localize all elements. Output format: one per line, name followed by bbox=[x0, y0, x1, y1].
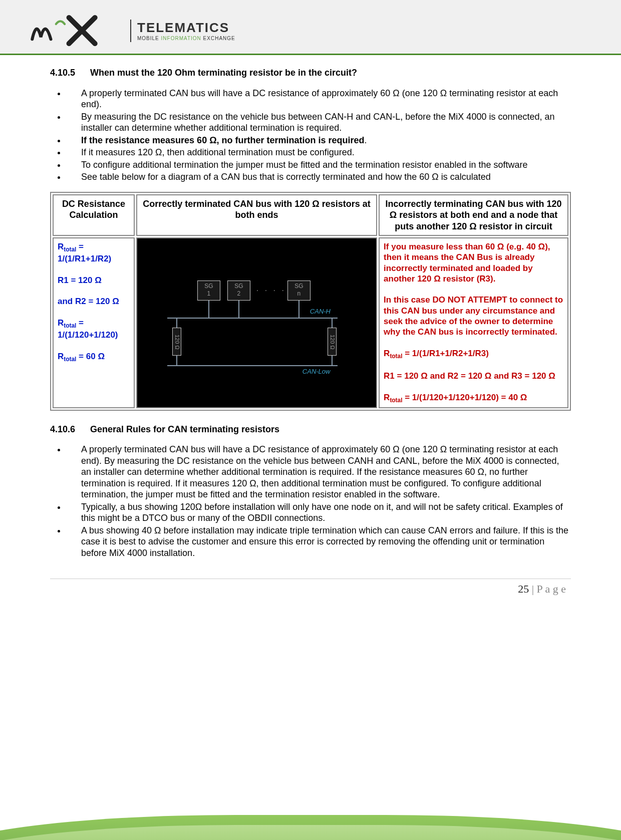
bullet-item: A properly terminated CAN bus will have … bbox=[66, 88, 571, 110]
can-termination-table: DC Resistance Calculation Correctly term… bbox=[50, 192, 571, 411]
brand-title: TELEMATICS bbox=[137, 20, 235, 36]
bullet-item: A properly terminated CAN bus will have … bbox=[66, 444, 571, 500]
section-4-10-6-bullets: A properly terminated CAN bus will have … bbox=[50, 444, 571, 558]
dc-resistance-calc-cell: Rtotal = 1/(1/R1+1/R2) R1 = 120 Ω and R2… bbox=[53, 237, 135, 408]
can-l-label: CAN-Low bbox=[302, 368, 331, 376]
bullet-item: If the resistance measures 60 Ω, no furt… bbox=[66, 135, 571, 146]
can-bus-diagram-cell: SG1 SG2 SGn · · · · 120 Ω 120 Ω bbox=[136, 237, 377, 408]
ellipsis-dots: · · · · bbox=[256, 286, 286, 296]
sg-node-n: SGn bbox=[287, 281, 310, 301]
bullet-item: See table below for a diagram of a CAN b… bbox=[66, 171, 571, 183]
mix-logo bbox=[30, 13, 125, 48]
section-number: 4.10.6 bbox=[50, 424, 90, 435]
can-h-label: CAN-H bbox=[310, 308, 331, 316]
incorrect-termination-warning-cell: If you measure less than 60 Ω (e.g. 40 Ω… bbox=[379, 237, 568, 408]
bullet-item: If it measures 120 Ω, then additional te… bbox=[66, 147, 571, 158]
brand-block: TELEMATICS MOBILE INFORMATION EXCHANGE bbox=[130, 20, 235, 42]
sg-node-1: SG1 bbox=[197, 281, 220, 301]
brand-subtitle: MOBILE INFORMATION EXCHANGE bbox=[137, 36, 235, 42]
header-bar: TELEMATICS MOBILE INFORMATION EXCHANGE bbox=[0, 0, 621, 55]
section-title: General Rules for CAN terminating resist… bbox=[90, 424, 279, 435]
section-number: 4.10.5 bbox=[50, 67, 90, 79]
section-4-10-5-heading: 4.10.5 When must the 120 Ohm terminating… bbox=[50, 67, 571, 79]
bullet-item: By measuring the DC resistance on the ve… bbox=[66, 111, 571, 134]
resistor-r1: 120 Ω bbox=[172, 328, 181, 356]
table-header: Correctly terminated CAN bus with 120 Ω … bbox=[136, 194, 377, 236]
sg-node-2: SG2 bbox=[227, 281, 250, 301]
footer-wave-decoration bbox=[0, 795, 621, 840]
can-bus-diagram: SG1 SG2 SGn · · · · 120 Ω 120 Ω bbox=[137, 257, 376, 388]
section-4-10-5-bullets: A properly terminated CAN bus will have … bbox=[50, 88, 571, 183]
bullet-item: A bus showing 40 Ω before installation m… bbox=[66, 525, 571, 559]
table-header: DC Resistance Calculation bbox=[53, 194, 135, 236]
page-number: 25 | P a g e bbox=[0, 579, 621, 596]
table-header: Incorrectly terminating CAN bus with 120… bbox=[379, 194, 568, 236]
bullet-item: Typically, a bus showing 120Ω before ins… bbox=[66, 501, 571, 524]
section-title: When must the 120 Ohm terminating resist… bbox=[90, 67, 357, 79]
section-4-10-6-heading: 4.10.6 General Rules for CAN terminating… bbox=[50, 424, 571, 435]
bullet-item: To configure additional termination the … bbox=[66, 159, 571, 171]
resistor-r2: 120 Ω bbox=[328, 328, 337, 356]
